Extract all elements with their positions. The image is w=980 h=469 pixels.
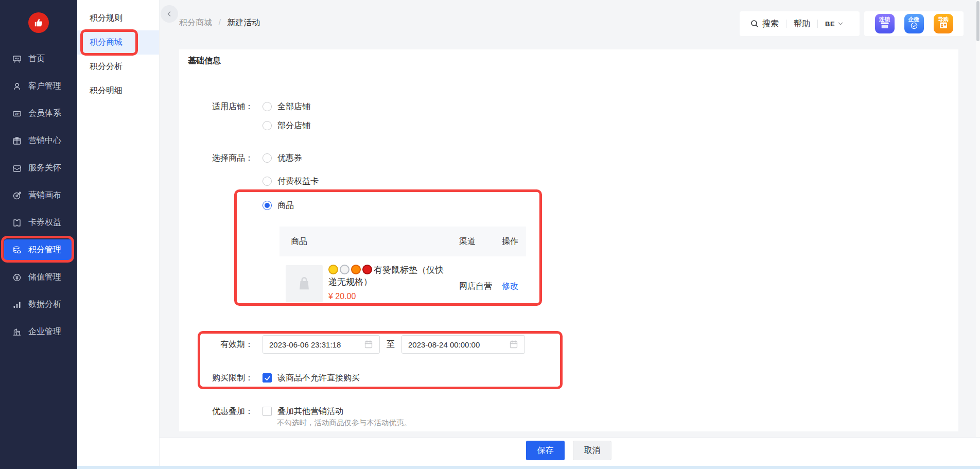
sidebar-collapse-button[interactable]: [161, 5, 178, 23]
radio-option-coupon[interactable]: 优惠券: [262, 150, 319, 166]
help-button[interactable]: 帮助: [794, 19, 810, 29]
table-header-action: 操作: [498, 236, 526, 247]
radio-option-paid-benefit-card[interactable]: 付费权益卡: [262, 173, 319, 189]
account-label: BE: [825, 20, 835, 28]
data-analytics-icon: [12, 300, 22, 310]
discount-stack-hint: 不勾选时，活动商品仅参与本活动优惠。: [277, 418, 411, 428]
discount-stack-label: 优惠叠加：: [179, 404, 253, 419]
sidebar-item-coupon-rights[interactable]: 卡券权益: [0, 209, 77, 236]
radio-option-partial-stores[interactable]: 部分店铺: [262, 118, 310, 133]
gift-marketing-icon: [12, 136, 22, 146]
storefront-glyph: [880, 22, 889, 29]
sidebar-item-membership[interactable]: VIP 会员体系: [0, 100, 77, 127]
search-button[interactable]: 搜索: [750, 19, 779, 29]
validity-inputs: 2023-06-06 23:31:18 至 2023-08-24 00:00:0…: [262, 335, 525, 354]
breadcrumb: 积分商城 / 新建活动: [179, 17, 260, 28]
sidebar-item-points-management[interactable]: 积分管理: [4, 239, 72, 260]
submenu-item-label: 积分规则: [90, 13, 122, 24]
sidebar-item-label: 企业管理: [28, 326, 61, 337]
shopping-bag-icon: [295, 275, 313, 292]
validity-label: 有效期：: [179, 335, 253, 354]
svg-text:VIP: VIP: [15, 112, 20, 115]
radio-option-all-stores[interactable]: 全部店铺: [262, 99, 310, 114]
sidebar-item-label: 营销中心: [28, 135, 61, 146]
submenu-item-points-detail[interactable]: 积分明细: [77, 79, 159, 103]
radio-icon[interactable]: [262, 177, 272, 186]
cancel-button[interactable]: 取消: [573, 441, 611, 460]
window-bottom-edge: [77, 466, 980, 469]
sidebar-item-customers[interactable]: 客户管理: [0, 73, 77, 100]
checkbox-option-no-direct-purchase[interactable]: 该商品不允许直接购买: [262, 370, 360, 386]
search-label: 搜索: [762, 19, 779, 29]
thumbs-up-logo-icon[interactable]: [28, 12, 49, 33]
sidebar-item-marketing-canvas[interactable]: 营销画布: [0, 182, 77, 209]
stored-value-icon: [12, 272, 22, 283]
sidebar-item-enterprise[interactable]: 企业管理: [0, 318, 77, 345]
home-icon: [12, 54, 22, 64]
table-header-channel: 渠道: [453, 236, 498, 247]
scrollbar-thumb[interactable]: [976, 1, 979, 41]
product-price: ¥ 20.00: [328, 292, 448, 301]
sidebar-item-label: 储值管理: [28, 272, 61, 283]
submenu-item-label: 积分明细: [90, 85, 122, 96]
sidebar-item-service-care[interactable]: 服务关怀: [0, 154, 77, 182]
check-icon: [264, 375, 271, 381]
chevron-left-icon: [165, 10, 173, 18]
sidebar-item-stored-value[interactable]: 储值管理: [0, 264, 77, 291]
breadcrumb-parent[interactable]: 积分商城: [179, 18, 212, 27]
radio-checked-icon[interactable]: [262, 201, 272, 210]
submenu-item-points-rules[interactable]: 积分规则: [77, 6, 159, 30]
scrollbar-track[interactable]: [976, 0, 980, 469]
product-cell: 有赞鼠标垫（仅快递无规格） ¥ 20.00: [279, 256, 453, 302]
sidebar-item-home[interactable]: 首页: [0, 45, 77, 73]
checkbox-option-stack-promotions[interactable]: 叠加其他营销活动: [262, 404, 343, 419]
product-type-row: 选择商品： 优惠券 付费权益卡 商品: [179, 150, 319, 213]
sidebar-item-label: 卡券权益: [28, 217, 61, 228]
product-channel: 网店自营: [453, 281, 498, 292]
sidebar-item-data-analytics[interactable]: 数据分析: [0, 291, 77, 318]
basic-info-card: 基础信息 适用店铺： 全部店铺 部分店铺 选择商品：: [179, 49, 958, 431]
vip-membership-icon: VIP: [12, 109, 22, 119]
wecom-app-icon[interactable]: 企微: [904, 14, 924, 33]
start-date-value: 2023-06-06 23:31:18: [269, 340, 341, 349]
divider: [188, 78, 950, 78]
guide-app-icon[interactable]: 导购: [934, 14, 953, 33]
app-label: 导购: [938, 16, 949, 22]
primary-nav-list: 首页 客户管理 VIP 会员体系 营销中心: [0, 45, 77, 345]
product-info: 有赞鼠标垫（仅快递无规格） ¥ 20.00: [328, 264, 448, 302]
page: 首页 客户管理 VIP 会员体系 营销中心: [0, 0, 980, 469]
save-button[interactable]: 保存: [526, 441, 565, 460]
chevron-down-icon: [837, 20, 844, 27]
product-type-options: 优惠券 付费权益卡 商品: [262, 150, 319, 213]
sidebar-item-label: 客户管理: [28, 81, 61, 92]
account-switcher[interactable]: BE: [825, 20, 844, 28]
radio-icon[interactable]: [262, 153, 272, 163]
radio-label: 部分店铺: [277, 120, 310, 131]
sidebar-item-label: 数据分析: [28, 299, 61, 310]
checkbox-icon[interactable]: [262, 407, 272, 416]
radio-icon[interactable]: [262, 121, 272, 130]
radio-label: 优惠券: [277, 153, 302, 164]
secondary-sidebar: 积分规则 积分商城 积分分析 积分明细: [77, 0, 160, 469]
service-care-icon: [12, 163, 22, 173]
submenu-item-points-mall[interactable]: 积分商城: [77, 30, 159, 55]
radio-option-product[interactable]: 商品: [262, 198, 319, 213]
checkbox-checked-icon[interactable]: [262, 373, 272, 383]
radio-icon[interactable]: [262, 102, 272, 111]
customer-icon: [12, 81, 22, 92]
sidebar-item-label: 营销画布: [28, 190, 61, 201]
app-label: 企微: [908, 16, 919, 22]
edit-link[interactable]: 修改: [498, 281, 526, 292]
chain-store-app-icon[interactable]: 连锁: [875, 14, 895, 33]
start-date-input[interactable]: 2023-06-06 23:31:18: [262, 335, 380, 354]
product-image-placeholder: [286, 265, 323, 302]
help-label: 帮助: [794, 19, 810, 29]
sidebar-item-marketing-center[interactable]: 营销中心: [0, 127, 77, 154]
thumb-glyph: [32, 16, 45, 29]
submenu-item-points-analysis[interactable]: 积分分析: [77, 55, 159, 79]
discount-stack-row: 优惠叠加： 叠加其他营销活动: [179, 404, 343, 419]
end-date-input[interactable]: 2023-08-24 00:00:00: [401, 335, 525, 354]
checkbox-label: 该商品不允许直接购买: [277, 373, 360, 384]
to-label: 至: [387, 339, 395, 350]
app-shortcuts-card: 连锁 企微 导购: [864, 11, 964, 36]
